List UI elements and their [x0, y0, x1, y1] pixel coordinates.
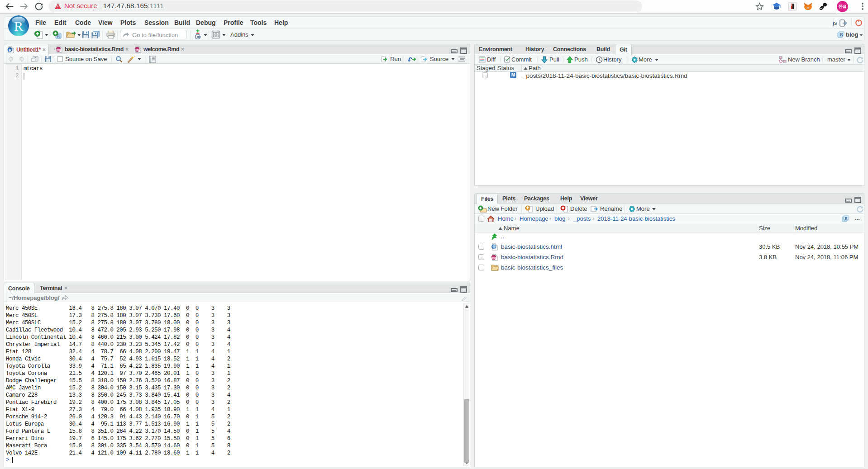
svg-text:Rmd: Rmd	[56, 48, 61, 51]
svg-text:Rmd: Rmd	[135, 48, 139, 51]
svg-text:R: R	[9, 47, 12, 52]
svg-text:Rmd: Rmd	[491, 256, 496, 259]
svg-text:R: R	[840, 32, 843, 37]
svg-text:R: R	[844, 216, 848, 221]
